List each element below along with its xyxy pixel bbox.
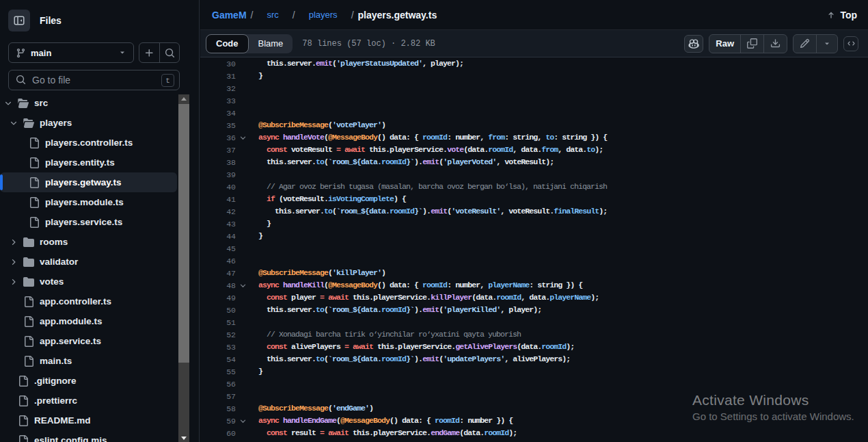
- edit-file-button[interactable]: [794, 35, 816, 53]
- line-number[interactable]: 56: [200, 380, 236, 389]
- tree-item-players[interactable]: players: [0, 113, 177, 133]
- tree-item-label: players.entity.ts: [45, 157, 115, 168]
- code-row-32: 32: [200, 82, 868, 94]
- line-number[interactable]: 49: [200, 294, 236, 302]
- tab-blame[interactable]: Blame: [249, 34, 293, 53]
- back-to-top-button[interactable]: Top: [826, 10, 857, 21]
- line-number[interactable]: 41: [200, 195, 236, 204]
- copy-raw-button[interactable]: [740, 35, 763, 53]
- edit-actions-group: [793, 34, 838, 53]
- collapse-file-tree-button[interactable]: [8, 10, 30, 31]
- tree-item-votes[interactable]: votes: [0, 272, 177, 291]
- line-number[interactable]: 38: [200, 158, 236, 167]
- line-number[interactable]: 40: [200, 183, 236, 192]
- tab-code[interactable]: Code: [206, 34, 249, 53]
- scrollbar-thumb[interactable]: [178, 104, 189, 363]
- line-number[interactable]: 50: [200, 306, 236, 315]
- tree-item-players-entity-ts[interactable]: players.entity.ts: [0, 153, 177, 172]
- line-number[interactable]: 37: [200, 146, 236, 155]
- edit-dropdown-button[interactable]: [816, 35, 837, 53]
- copilot-button[interactable]: [684, 35, 703, 53]
- fold-toggle[interactable]: [236, 282, 250, 289]
- line-number[interactable]: 51: [200, 318, 236, 327]
- tree-item-app-controller-ts[interactable]: app.controller.ts: [0, 291, 177, 311]
- plus-icon: [144, 48, 154, 58]
- line-number[interactable]: 31: [200, 72, 236, 81]
- tree-item-app-service-ts[interactable]: app.service.ts: [0, 331, 177, 351]
- tree-item-rooms[interactable]: rooms: [0, 232, 177, 252]
- tree-item-readme-md[interactable]: README.md: [0, 411, 177, 430]
- line-number[interactable]: 39: [200, 170, 236, 179]
- code-line-text: const alivePlayers = await this.playerSe…: [250, 341, 574, 353]
- scroll-up-arrow[interactable]: [181, 97, 187, 101]
- chevron-down-icon[interactable]: [10, 119, 18, 127]
- tree-item-players-getway-ts[interactable]: players.getway.ts: [0, 172, 177, 192]
- copy-icon: [747, 38, 757, 49]
- branch-name: main: [31, 48, 51, 58]
- code-line-text: }: [250, 230, 262, 242]
- code-row-45: 45: [200, 242, 868, 255]
- tree-item-src[interactable]: src: [0, 93, 177, 113]
- line-number[interactable]: 60: [200, 429, 236, 438]
- search-icon: [165, 48, 175, 58]
- tree-item-eslint-config-mjs[interactable]: eslint.config.mjs: [0, 430, 177, 442]
- breadcrumb-current-file: players.getway.ts: [358, 10, 437, 21]
- line-number[interactable]: 32: [200, 84, 236, 93]
- tree-item-players-service-ts[interactable]: players.service.ts: [0, 212, 177, 232]
- download-button[interactable]: [763, 35, 787, 53]
- raw-button[interactable]: Raw: [709, 35, 740, 53]
- tree-item-validator[interactable]: validator: [0, 252, 177, 272]
- line-number[interactable]: 52: [200, 330, 236, 339]
- tree-item-label: main.ts: [40, 356, 72, 366]
- new-file-button[interactable]: [139, 43, 159, 62]
- line-number[interactable]: 42: [200, 207, 236, 216]
- chevron-right-icon[interactable]: [10, 278, 18, 286]
- tree-item-players-module-ts[interactable]: players.module.ts: [0, 192, 177, 212]
- line-number[interactable]: 54: [200, 355, 236, 364]
- tree-item-main-ts[interactable]: main.ts: [0, 351, 177, 371]
- line-number[interactable]: 48: [200, 281, 236, 290]
- line-number[interactable]: 35: [200, 121, 236, 130]
- scroll-down-arrow[interactable]: [181, 437, 187, 440]
- code-line-text: // Agar ovoz berish tugasa (masalan, bar…: [250, 181, 607, 193]
- tree-item-label: players.service.ts: [45, 217, 122, 227]
- line-number[interactable]: 47: [200, 269, 236, 278]
- line-number[interactable]: 59: [200, 417, 236, 426]
- breadcrumb-repo-link[interactable]: GameM: [212, 10, 247, 21]
- branch-selector[interactable]: main: [8, 42, 134, 63]
- tree-item-players-controller-ts[interactable]: players.controller.ts: [0, 133, 177, 153]
- tree-item--gitignore[interactable]: .gitignore: [0, 371, 177, 391]
- code-row-50: 50 this.server.to(`room_${data.roomId}`)…: [200, 304, 868, 316]
- tree-item-label: votes: [40, 276, 64, 287]
- tree-item-app-module-ts[interactable]: app.module.ts: [0, 311, 177, 331]
- chevron-down-icon[interactable]: [4, 99, 12, 107]
- chevron-right-icon[interactable]: [10, 258, 18, 266]
- line-number[interactable]: 58: [200, 404, 236, 413]
- file-meta-info: 78 lines (57 loc) · 2.82 KB: [302, 39, 435, 49]
- search-tree-button[interactable]: [159, 43, 179, 62]
- line-number[interactable]: 44: [200, 232, 236, 241]
- file-icon: [18, 435, 29, 442]
- line-number[interactable]: 36: [200, 133, 236, 142]
- chevron-right-icon[interactable]: [10, 238, 18, 246]
- line-number[interactable]: 55: [200, 367, 236, 376]
- pencil-icon: [800, 38, 810, 49]
- fold-toggle[interactable]: [236, 134, 250, 142]
- code-line-text: const player = await this.playerService.…: [250, 291, 599, 304]
- line-number[interactable]: 30: [200, 60, 236, 68]
- tree-item--prettierrc[interactable]: .prettierrc: [0, 391, 177, 411]
- breadcrumb-players-link[interactable]: players: [299, 5, 347, 25]
- line-number[interactable]: 53: [200, 343, 236, 352]
- line-number[interactable]: 34: [200, 109, 236, 118]
- symbols-panel-toggle[interactable]: [843, 36, 858, 51]
- line-number[interactable]: 33: [200, 96, 236, 105]
- line-number[interactable]: 45: [200, 244, 236, 253]
- line-number[interactable]: 57: [200, 392, 236, 401]
- breadcrumb-src-link[interactable]: src: [257, 5, 288, 25]
- line-number[interactable]: 43: [200, 220, 236, 229]
- line-number[interactable]: 46: [200, 257, 236, 265]
- sidebar-scrollbar[interactable]: [178, 94, 189, 442]
- fold-toggle[interactable]: [236, 417, 250, 425]
- goto-file-input[interactable]: [8, 70, 180, 90]
- code-line-text: this.server.to(`room_${data.roomId}`).em…: [250, 156, 554, 168]
